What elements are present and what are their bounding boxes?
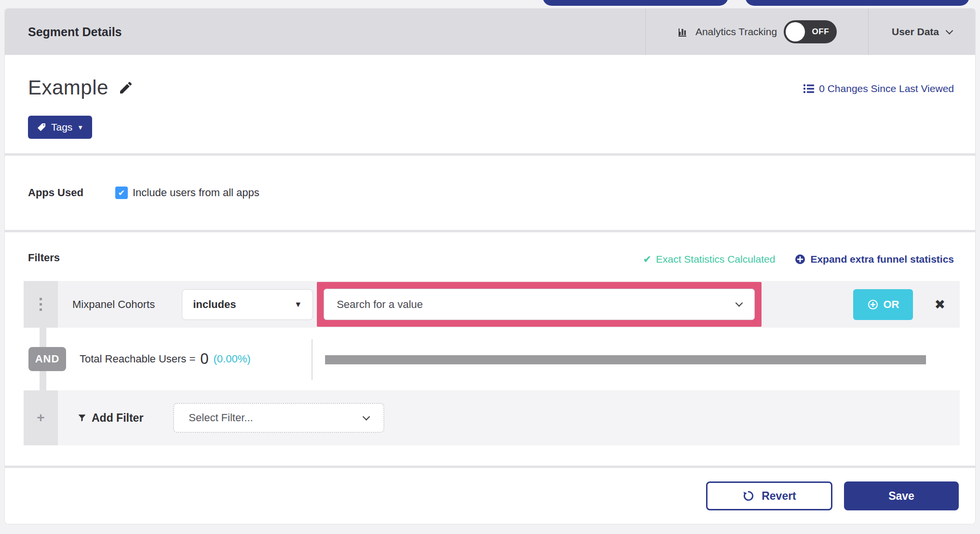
chevron-down-icon (735, 299, 743, 307)
section-header-bar: Segment Details Analytics Tracking OFF U… (5, 9, 975, 55)
revert-button-label: Revert (762, 490, 796, 503)
expand-funnel-statistics-link[interactable]: Expand extra funnel statistics (794, 254, 954, 265)
add-filter-row: + Add Filter Select Filter... (24, 390, 960, 445)
changes-since-last-viewed-link[interactable]: 0 Changes Since Last Viewed (803, 83, 954, 94)
page-title: Segment Details (28, 25, 122, 39)
circle-plus-icon (794, 254, 806, 265)
background-tab-right[interactable] (745, 0, 969, 6)
expand-funnel-statistics-label: Expand extra funnel statistics (810, 254, 954, 265)
reachable-users-progress-bar (325, 355, 926, 364)
value-search-placeholder: Search for a value (337, 298, 423, 311)
toggle-knob (786, 22, 805, 41)
toggle-state-label: OFF (812, 27, 837, 37)
plus-icon: + (37, 410, 44, 426)
select-filter-placeholder: Select Filter... (189, 412, 253, 424)
drag-handle[interactable] (24, 281, 58, 328)
segment-name: Example (28, 76, 109, 99)
check-icon: ✔ (643, 254, 652, 265)
reachable-users-label: Total Reachable Users = (80, 353, 195, 365)
user-data-dropdown[interactable]: User Data (868, 9, 975, 55)
save-button[interactable]: Save (844, 481, 959, 510)
exact-statistics-status: ✔ Exact Statistics Calculated (643, 254, 775, 265)
bar-chart-icon (677, 26, 689, 38)
include-all-apps-checkbox[interactable]: ✔ (115, 187, 128, 199)
filter-row: Mixpanel Cohorts includes ▼ Search for a… (24, 281, 960, 328)
add-filter-rail: + (24, 390, 58, 445)
save-button-label: Save (888, 490, 914, 503)
edit-pencil-icon[interactable] (118, 80, 134, 95)
tag-icon (37, 122, 46, 132)
revert-button[interactable]: Revert (706, 481, 832, 510)
exact-statistics-label: Exact Statistics Calculated (656, 254, 775, 265)
analytics-tracking-control: Analytics Tracking OFF (645, 9, 868, 55)
segment-details-card: Segment Details Analytics Tracking OFF U… (5, 9, 975, 524)
reachable-users-value: 0 (200, 350, 208, 368)
title-section: Example 0 Changes Since Last Viewed Tags… (5, 55, 975, 153)
apps-used-section: Apps Used ✔ Include users from all apps (5, 156, 975, 230)
changes-link-label: 0 Changes Since Last Viewed (819, 83, 954, 94)
background-tab-left[interactable] (543, 0, 728, 6)
checkmark-icon: ✔ (118, 189, 125, 197)
add-filter-label: Add Filter (92, 412, 143, 425)
and-badge: AND (28, 347, 66, 371)
tags-button-label: Tags (51, 121, 72, 133)
add-filter-button[interactable]: Add Filter (77, 412, 143, 425)
revert-undo-icon (742, 490, 755, 502)
drag-handle-icon (40, 303, 42, 306)
operator-value: includes (193, 298, 236, 311)
chevron-down-icon (946, 27, 953, 34)
drag-handle-icon (40, 308, 42, 311)
or-button-label: OR (883, 298, 899, 311)
circle-plus-icon (867, 299, 879, 310)
select-filter-dropdown[interactable]: Select Filter... (173, 403, 384, 433)
add-or-condition-button[interactable]: OR (853, 289, 913, 320)
change-list-icon (803, 83, 815, 94)
include-all-apps-label: Include users from all apps (133, 187, 259, 199)
funnel-icon (77, 413, 87, 423)
tags-button[interactable]: Tags ▼ (28, 116, 92, 139)
filters-section: Filters ✔ Exact Statistics Calculated Ex… (5, 232, 975, 466)
filter-field-label: Mixpanel Cohorts (72, 298, 155, 311)
footer-actions: Revert Save (5, 468, 975, 524)
remove-filter-button[interactable]: ✖ (934, 297, 945, 312)
caret-down-icon: ▼ (77, 124, 83, 131)
chevron-down-icon (363, 413, 370, 420)
segment-details-page: Segment Details Analytics Tracking OFF U… (0, 0, 980, 534)
filters-heading: Filters (28, 252, 60, 264)
analytics-tracking-toggle[interactable]: OFF (784, 20, 837, 43)
totals-row: AND Total Reachable Users = 0 (0.00%) (24, 328, 960, 390)
caret-down-icon: ▼ (294, 301, 302, 308)
vertical-divider (312, 339, 313, 380)
value-search-select[interactable]: Search for a value (324, 289, 755, 320)
apps-used-label: Apps Used (28, 187, 83, 199)
user-data-label: User Data (892, 26, 939, 38)
operator-select[interactable]: includes ▼ (182, 289, 313, 320)
reachable-users-percent: (0.00%) (214, 353, 251, 365)
analytics-tracking-label: Analytics Tracking (695, 26, 777, 38)
drag-handle-icon (40, 298, 42, 300)
highlight-outline: Search for a value (317, 282, 762, 327)
